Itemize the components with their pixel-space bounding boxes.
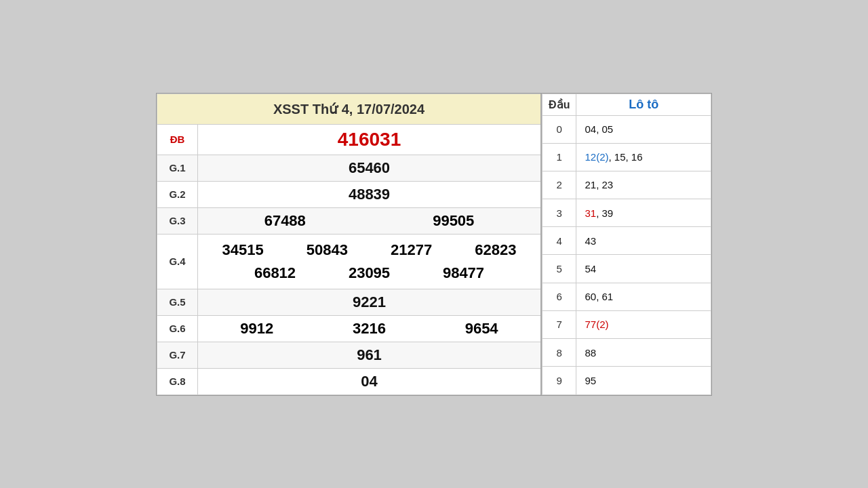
loto-values: 88 xyxy=(576,339,711,367)
table-row: ĐB416031 xyxy=(157,124,542,155)
loto-dau: 5 xyxy=(542,255,576,283)
loto-values: 77(2) xyxy=(576,310,711,338)
main-container: XSST Thứ 4, 17/07/2024 ĐB416031G.165460G… xyxy=(156,93,712,396)
table-row: G.59221 xyxy=(157,289,542,315)
prize-value: 416031 xyxy=(198,124,542,155)
loto-dau: 2 xyxy=(542,171,576,199)
prize-value: 04 xyxy=(198,368,542,394)
loto-values: 31, 39 xyxy=(576,199,711,227)
prize-label: G.2 xyxy=(157,181,198,207)
table-row: G.434515508432127762823668122309598477 xyxy=(157,234,542,289)
loto-dau: 9 xyxy=(542,367,576,394)
loto-row: 443 xyxy=(542,227,711,255)
prize-value: 65460 xyxy=(198,155,542,181)
table-row: G.7961 xyxy=(157,342,542,368)
page-title: XSST Thứ 4, 17/07/2024 xyxy=(157,94,542,124)
prize-value: 9221 xyxy=(198,289,542,315)
loto-row: 888 xyxy=(542,339,711,367)
prize-value: 34515508432127762823668122309598477 xyxy=(198,234,542,289)
loto-header-loto: Lô tô xyxy=(576,94,711,115)
prize-label: G.8 xyxy=(157,368,198,394)
table-row: G.36748899505 xyxy=(157,207,542,234)
loto-values: 04, 05 xyxy=(576,115,711,143)
loto-table: Đầu Lô tô 004, 05112(2), 15, 16221, 2333… xyxy=(542,94,711,395)
loto-values: 43 xyxy=(576,227,711,255)
loto-values: 21, 23 xyxy=(576,171,711,199)
prize-label: G.3 xyxy=(157,207,198,234)
loto-dau: 4 xyxy=(542,227,576,255)
loto-dau: 7 xyxy=(542,310,576,338)
loto-values: 54 xyxy=(576,255,711,283)
prize-value: 991232169654 xyxy=(198,315,542,342)
loto-row: 221, 23 xyxy=(542,171,711,199)
loto-row: 331, 39 xyxy=(542,199,711,227)
table-row: G.804 xyxy=(157,368,542,394)
table-row: G.248839 xyxy=(157,181,542,207)
prize-label: ĐB xyxy=(157,124,198,155)
loto-values: 12(2), 15, 16 xyxy=(576,143,711,171)
loto-dau: 0 xyxy=(542,115,576,143)
prize-label: G.6 xyxy=(157,315,198,342)
loto-row: 660, 61 xyxy=(542,283,711,310)
loto-row: 995 xyxy=(542,367,711,394)
loto-values: 95 xyxy=(576,367,711,394)
prize-value: 48839 xyxy=(198,181,542,207)
prize-value: 961 xyxy=(198,342,542,368)
table-row: G.165460 xyxy=(157,155,542,181)
loto-header-dau: Đầu xyxy=(542,94,576,115)
prize-value: 6748899505 xyxy=(198,207,542,234)
loto-dau: 1 xyxy=(542,143,576,171)
loto-row: 112(2), 15, 16 xyxy=(542,143,711,171)
loto-dau: 6 xyxy=(542,283,576,310)
loto-row: 554 xyxy=(542,255,711,283)
loto-row: 777(2) xyxy=(542,310,711,338)
loto-dau: 3 xyxy=(542,199,576,227)
table-row: G.6991232169654 xyxy=(157,315,542,342)
prize-label: G.4 xyxy=(157,234,198,289)
prize-label: G.1 xyxy=(157,155,198,181)
prize-label: G.5 xyxy=(157,289,198,315)
loto-row: 004, 05 xyxy=(542,115,711,143)
prize-label: G.7 xyxy=(157,342,198,368)
loto-values: 60, 61 xyxy=(576,283,711,310)
results-table: XSST Thứ 4, 17/07/2024 ĐB416031G.165460G… xyxy=(157,94,542,395)
loto-dau: 8 xyxy=(542,339,576,367)
